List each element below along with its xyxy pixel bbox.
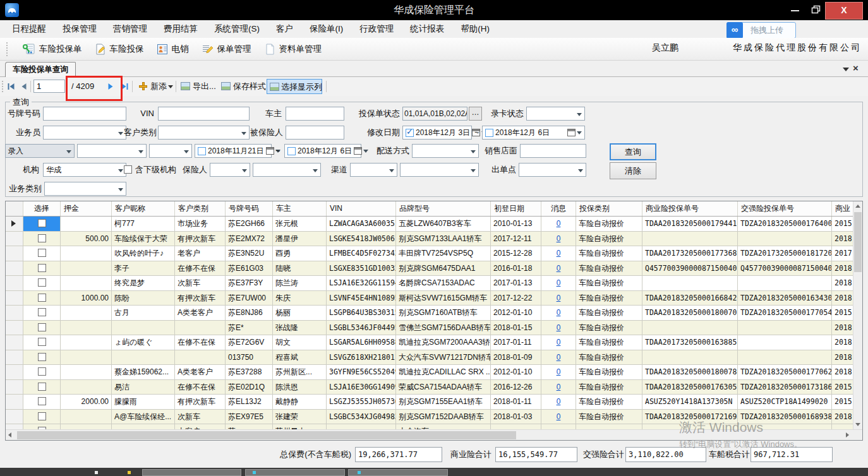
menu-item-help[interactable]: 帮助(H) bbox=[452, 23, 498, 35]
horizontal-scroll-thumb[interactable] bbox=[17, 431, 516, 439]
toolbar-telemarketing[interactable]: 电销 bbox=[157, 44, 189, 55]
message-link[interactable]: 0 bbox=[557, 323, 561, 332]
message-link[interactable]: 0 bbox=[557, 338, 561, 347]
tray-icon[interactable] bbox=[95, 471, 98, 474]
add-dropdown-caret-icon[interactable] bbox=[168, 85, 173, 88]
pager-first-button[interactable] bbox=[6, 81, 16, 92]
table-row[interactable]: 易洁在修不在保苏E02D1Q陈洪恩LSJA16E30GG149094荣威CSA7… bbox=[6, 380, 862, 395]
column-header[interactable]: 客户昵称 bbox=[112, 201, 175, 216]
table-row[interactable]: ょ屿の暖ぐ在修不在保苏E72G6V胡文LSGAR5AL6HH095889凯迪拉克… bbox=[6, 335, 862, 350]
customer-type-select[interactable] bbox=[158, 126, 250, 140]
toolbar-document-mgmt[interactable]: 资料单管理 bbox=[264, 44, 322, 55]
panel-close-icon[interactable]: × bbox=[853, 62, 859, 73]
vehicle-tax-total-value[interactable]: 967,712.31 bbox=[750, 447, 833, 462]
tab-car-policy-query[interactable]: 车险投保单查询 bbox=[5, 62, 76, 77]
table-row[interactable]: 古月A类老客户苏E8NJ86杨丽LSGPB64U3BS303150别克SGM71… bbox=[6, 306, 862, 321]
message-link[interactable]: 0 bbox=[557, 367, 561, 376]
biz-type-select[interactable] bbox=[44, 182, 126, 196]
row-checkbox[interactable] bbox=[38, 249, 46, 257]
table-row[interactable]: 蔡金娣159062...A类老客户苏E37288苏州新区...3GYFN9E56… bbox=[6, 365, 862, 380]
upload-button[interactable]: ∞ 拖拽上传 bbox=[726, 22, 796, 39]
row-checkbox[interactable] bbox=[38, 219, 46, 227]
message-link[interactable]: 0 bbox=[557, 383, 561, 391]
column-header[interactable]: 车主 bbox=[273, 201, 327, 216]
chevron-down-icon[interactable] bbox=[577, 131, 582, 134]
message-link[interactable]: 0 bbox=[557, 294, 561, 302]
taskbar-button[interactable] bbox=[245, 469, 345, 476]
taskbar-button[interactable] bbox=[142, 469, 241, 476]
message-link[interactable]: 0 bbox=[557, 353, 561, 362]
delivery-select[interactable] bbox=[412, 144, 479, 158]
scroll-left-button[interactable] bbox=[6, 431, 15, 440]
maximize-button[interactable] bbox=[807, 0, 826, 19]
minimize-button[interactable] bbox=[785, 0, 804, 19]
policy-status-more-button[interactable]: … bbox=[469, 107, 482, 121]
taskbar-app-icon[interactable] bbox=[253, 471, 256, 474]
message-link[interactable]: 0 bbox=[557, 264, 561, 273]
entry-date-to-picker[interactable]: 2018年12月 6日 bbox=[284, 144, 361, 158]
vertical-scroll-thumb[interactable] bbox=[854, 212, 862, 272]
message-link[interactable]: 0 bbox=[557, 308, 561, 317]
table-row[interactable]: 李子在修不在保苏E61G03陆晓LSGXE8351GD100329别克牌SGM6… bbox=[6, 261, 862, 277]
column-header[interactable]: 商业 bbox=[832, 201, 855, 216]
table-row[interactable]: 苏E*张战隆LSGBL5346JF044955雪佛兰SGM7156DAAB轿车2… bbox=[6, 321, 862, 336]
table-row[interactable]: 吹风铃的叶子♪老客户苏E3N52U酉勇LFMBEC4D5F0273420丰田牌T… bbox=[6, 246, 862, 261]
column-header[interactable]: 交强险投保单号 bbox=[738, 201, 832, 216]
row-checkbox[interactable] bbox=[38, 367, 46, 376]
table-row[interactable]: 终究是梦次新车苏E37F3Y陈兰涛LSJA16E32GG115948名爵牌CSA… bbox=[6, 276, 862, 291]
message-link[interactable]: 0 bbox=[557, 219, 561, 228]
calendar-icon[interactable] bbox=[354, 147, 362, 155]
menu-item-reports[interactable]: 统计报表 bbox=[402, 23, 452, 35]
policy-status-field[interactable]: 01,01A,01B,02,02A,0 bbox=[402, 107, 467, 121]
date-checkbox[interactable] bbox=[287, 147, 296, 155]
column-header[interactable]: VIN bbox=[327, 201, 396, 216]
entry-type-select[interactable]: 录入 bbox=[5, 144, 75, 158]
row-checkbox[interactable] bbox=[38, 412, 46, 420]
add-button[interactable]: 新添 bbox=[150, 80, 167, 93]
insurer-select-1[interactable] bbox=[210, 163, 250, 177]
menu-item-marketing[interactable]: 营销管理 bbox=[105, 23, 155, 35]
column-header[interactable]: 初登日期 bbox=[491, 201, 541, 216]
channel-select-1[interactable] bbox=[350, 163, 397, 177]
toolbar-policy-mgmt[interactable]: 保单管理 bbox=[202, 44, 251, 55]
row-checkbox[interactable] bbox=[38, 278, 46, 287]
menu-item-system[interactable]: 系统管理(S) bbox=[206, 23, 268, 35]
row-checkbox[interactable] bbox=[38, 294, 46, 302]
pager-prev-button[interactable] bbox=[19, 81, 29, 92]
horizontal-scrollbar[interactable] bbox=[6, 429, 862, 440]
pager-current-input[interactable] bbox=[33, 80, 65, 93]
search-button[interactable]: 查询 bbox=[610, 143, 656, 160]
entry-sub-select[interactable] bbox=[149, 144, 192, 158]
menu-item-admin[interactable]: 行政管理 bbox=[351, 23, 402, 35]
save-style-button[interactable]: 保存样式 bbox=[233, 80, 266, 93]
column-header[interactable]: 商业险投保单号 bbox=[642, 201, 738, 216]
panel-chevron-down-icon[interactable] bbox=[843, 68, 849, 71]
entry-person-select[interactable] bbox=[77, 144, 147, 158]
menu-item-insure-mgmt[interactable]: 投保管理 bbox=[54, 23, 105, 35]
table-row[interactable]: 1000.00陈盼有押次新车苏E7UW00朱庆LSVNF45E4HN108956… bbox=[6, 291, 862, 306]
column-header[interactable]: 选择 bbox=[23, 201, 61, 216]
toolbar-car-policy-form[interactable]: 车险投保单 bbox=[23, 44, 82, 55]
column-header[interactable]: 品牌型号 bbox=[396, 201, 491, 216]
row-checkbox[interactable] bbox=[38, 234, 46, 242]
menu-item-schedule[interactable]: 日程提醒 bbox=[4, 23, 54, 35]
chevron-down-icon[interactable] bbox=[363, 150, 368, 153]
message-link[interactable]: 0 bbox=[557, 234, 561, 243]
date-checkbox[interactable] bbox=[406, 129, 414, 137]
card-status-select[interactable] bbox=[526, 107, 585, 121]
store-input[interactable] bbox=[520, 144, 586, 158]
plate-input[interactable] bbox=[43, 107, 126, 121]
row-checkbox[interactable] bbox=[38, 383, 46, 391]
column-header[interactable]: 押金 bbox=[61, 201, 112, 216]
date-checkbox[interactable] bbox=[198, 147, 206, 155]
compulsory-total-value[interactable]: 3,110,822.00 bbox=[625, 447, 706, 462]
menu-item-policy[interactable]: 保险单(I) bbox=[301, 23, 351, 35]
issue-point-select[interactable] bbox=[519, 163, 586, 177]
vin-input[interactable] bbox=[158, 107, 250, 121]
table-row[interactable]: A@车险续保经...次新车苏EX97E5张建荣LSGBC534XJG049831… bbox=[6, 410, 862, 425]
vertical-scrollbar[interactable] bbox=[853, 201, 862, 429]
include-sub-checkbox[interactable] bbox=[124, 165, 132, 174]
column-header[interactable]: 号牌号码 bbox=[226, 201, 273, 216]
column-header[interactable]: 投保类别 bbox=[576, 201, 642, 216]
insurer-select-2[interactable] bbox=[253, 163, 321, 177]
